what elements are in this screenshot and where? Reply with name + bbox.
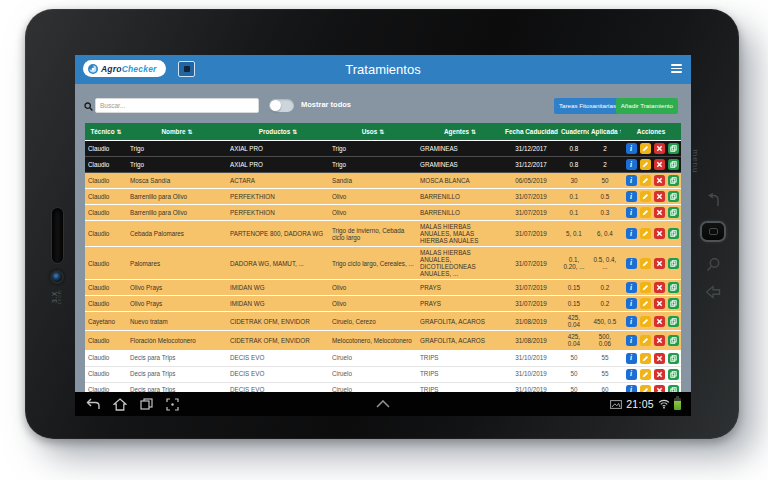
edit-button[interactable]: [640, 207, 651, 218]
edit-button[interactable]: [640, 369, 651, 380]
info-button[interactable]: i: [626, 298, 637, 309]
cell-usos: Ciruelo: [329, 350, 417, 366]
delete-button[interactable]: [654, 159, 665, 170]
delete-button[interactable]: [654, 207, 665, 218]
android-back-button[interactable]: [86, 398, 100, 410]
info-button[interactable]: i: [626, 335, 637, 346]
column-header-nombre[interactable]: Nombre⇅: [127, 123, 227, 141]
edit-button[interactable]: [640, 159, 651, 170]
edit-button[interactable]: [640, 143, 651, 154]
delete-button[interactable]: [654, 369, 665, 380]
table-row[interactable]: ClaudioBarrenillo para OlivoPERFEKTHIONO…: [85, 189, 681, 205]
duplicate-button[interactable]: [668, 316, 679, 327]
delete-button[interactable]: [654, 258, 665, 269]
android-screenshot-button[interactable]: [166, 398, 179, 411]
edit-button[interactable]: [640, 298, 651, 309]
delete-button[interactable]: [654, 282, 665, 293]
info-button[interactable]: i: [626, 143, 637, 154]
info-button[interactable]: i: [626, 369, 637, 380]
info-button[interactable]: i: [626, 282, 637, 293]
column-header-aplicada[interactable]: Aplicada⇅: [589, 123, 621, 141]
duplicate-button[interactable]: [668, 159, 679, 170]
edit-button[interactable]: [640, 335, 651, 346]
wifi-icon: [658, 399, 670, 409]
duplicate-button[interactable]: [668, 298, 679, 309]
column-header-fecha-caducidad[interactable]: Fecha Caducidad^: [503, 123, 559, 141]
table-row[interactable]: CayetanoNuevo tratamCIDETRAK OFM, ENVIDO…: [85, 312, 681, 331]
duplicate-button[interactable]: [668, 175, 679, 186]
table-row[interactable]: ClaudioBarrenillo para OlivoPERFEKTHIONO…: [85, 205, 681, 221]
table-row[interactable]: ClaudioMosca SandíaACTARASandíaMOSCA BLA…: [85, 173, 681, 189]
table-row[interactable]: ClaudioOlivo PraysIMIDAN WGOlivoPRAYS31/…: [85, 280, 681, 296]
edit-button[interactable]: [640, 175, 651, 186]
info-button[interactable]: i: [626, 258, 637, 269]
add-treatment-button[interactable]: Añadir Tratamiento: [616, 98, 678, 114]
duplicate-button[interactable]: [668, 228, 679, 239]
duplicate-button[interactable]: [668, 191, 679, 202]
delete-button[interactable]: [654, 191, 665, 202]
duplicate-button[interactable]: [668, 282, 679, 293]
column-header-cuaderno[interactable]: Cuaderno⇅: [559, 123, 589, 141]
delete-icon: [656, 284, 663, 291]
cell-fecha: 31/10/2019: [503, 350, 559, 366]
info-button[interactable]: i: [626, 159, 637, 170]
duplicate-button[interactable]: [668, 353, 679, 364]
table-row[interactable]: ClaudioOlivo PraysIMIDAN WGOlivoPRAYS31/…: [85, 296, 681, 312]
android-recents-button[interactable]: [140, 398, 153, 410]
info-button[interactable]: i: [626, 175, 637, 186]
delete-button[interactable]: [654, 316, 665, 327]
duplicate-button[interactable]: [668, 258, 679, 269]
edit-button[interactable]: [640, 316, 651, 327]
hamburger-menu-icon[interactable]: [671, 64, 682, 75]
table-row[interactable]: ClaudioTrigoAXIAL PROTrigoGRAMINEAS31/12…: [85, 157, 681, 173]
cell-usos: Olivo: [329, 189, 417, 205]
delete-button[interactable]: [654, 298, 665, 309]
info-button[interactable]: i: [626, 207, 637, 218]
info-button[interactable]: i: [626, 228, 637, 239]
edit-button[interactable]: [640, 282, 651, 293]
android-expand-button[interactable]: [376, 400, 390, 408]
table-row[interactable]: ClaudioDecis para TripsDECIS EVOCirueloT…: [85, 350, 681, 366]
back-icon: [86, 398, 100, 410]
delete-icon: [656, 145, 663, 152]
volume-slider: [51, 207, 64, 264]
info-button[interactable]: i: [626, 191, 637, 202]
delete-button[interactable]: [654, 175, 665, 186]
delete-button[interactable]: [654, 143, 665, 154]
column-header-usos[interactable]: Usos⇅: [329, 123, 417, 141]
edit-button[interactable]: [640, 258, 651, 269]
search-input[interactable]: [95, 98, 259, 113]
table-row[interactable]: ClaudioTrigoAXIAL PROTrigoGRAMINEAS31/12…: [85, 141, 681, 157]
cell-cuaderno: 425, 0.04: [559, 312, 589, 331]
info-button[interactable]: i: [626, 353, 637, 364]
show-all-toggle[interactable]: [269, 99, 294, 112]
duplicate-button[interactable]: [668, 143, 679, 154]
copy-icon: [670, 371, 677, 378]
table-row[interactable]: ClaudioDecis para TripsDECIS EVOCirueloT…: [85, 366, 681, 382]
chevron-up-icon: [376, 400, 390, 408]
info-button[interactable]: i: [626, 316, 637, 327]
cell-aplicada: 0.5, 0.4, ...: [589, 247, 621, 280]
edit-button[interactable]: [640, 228, 651, 239]
edit-button[interactable]: [640, 191, 651, 202]
cell-fecha: 31/12/2017: [503, 157, 559, 173]
duplicate-button[interactable]: [668, 369, 679, 380]
android-home-button[interactable]: [113, 398, 127, 411]
column-header-agentes[interactable]: Agentes⇅: [417, 123, 503, 141]
tasks-fitosanitarias-button[interactable]: Tareas Fitosanitarias: [554, 98, 621, 114]
edit-button[interactable]: [640, 353, 651, 364]
table-row[interactable]: ClaudioFloración MelocotoneroCIDETRAK OF…: [85, 331, 681, 350]
cell-usos: Ciruelo, Cerezo: [329, 312, 417, 331]
column-header-productos[interactable]: Productos⇅: [227, 123, 329, 141]
cell-aplicada: 2: [589, 157, 621, 173]
column-header-t-cnico[interactable]: Técnico⇅: [85, 123, 127, 141]
table-row[interactable]: ClaudioPalomaresDADORA WG, MAMUT, ...Tri…: [85, 247, 681, 280]
pencil-icon: [642, 300, 649, 307]
delete-button[interactable]: [654, 353, 665, 364]
delete-button[interactable]: [654, 335, 665, 346]
duplicate-button[interactable]: [668, 207, 679, 218]
cell-actions: i: [621, 331, 681, 350]
duplicate-button[interactable]: [668, 335, 679, 346]
delete-button[interactable]: [654, 228, 665, 239]
table-row[interactable]: ClaudioCebada PalomaresPARTENOPE 800, DA…: [85, 221, 681, 247]
